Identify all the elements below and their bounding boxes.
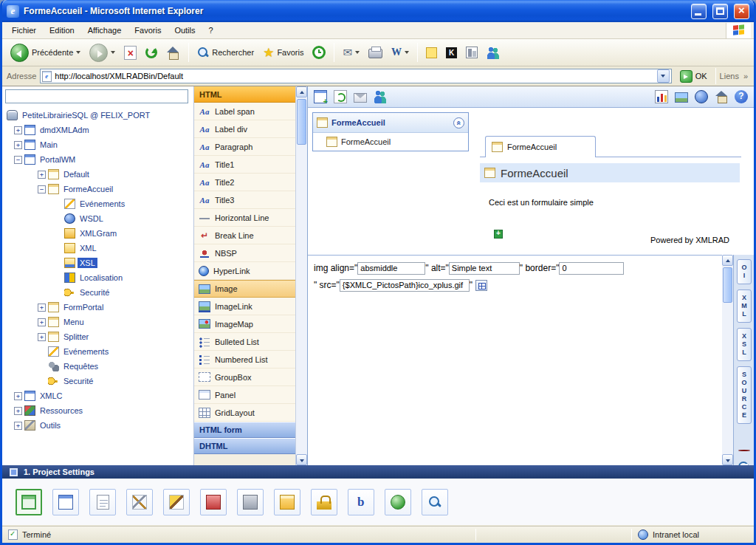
links-bar[interactable]: Liens »	[720, 72, 749, 80]
help-icon[interactable]	[735, 90, 748, 103]
palette-item-label-span[interactable]: Label span	[194, 103, 295, 120]
scrollbar-track[interactable]	[722, 266, 733, 454]
tree-item-label[interactable]: Outils	[38, 420, 63, 431]
palette-scrollbar[interactable]	[296, 86, 307, 465]
tree-item-label[interactable]: Main	[38, 140, 60, 150]
k-tool-button[interactable]: K	[442, 46, 461, 60]
tree-item-label[interactable]: Localisation	[78, 272, 125, 283]
palette-item-imagelink[interactable]: ImageLink	[194, 298, 295, 315]
address-input-wrap[interactable]	[40, 69, 671, 83]
scroll-up-button[interactable]	[296, 86, 307, 97]
shortcut-blue-b[interactable]	[348, 489, 374, 515]
scrollbar-track[interactable]	[296, 97, 307, 454]
tree-item[interactable]: PetiteLibrairieSQL @ FELIX_PORT	[2, 108, 193, 123]
menu-item-6[interactable]: ?	[202, 24, 220, 36]
tree-item[interactable]: WSDL	[2, 211, 193, 226]
align-field[interactable]: absmiddle	[357, 262, 425, 275]
expand-toggle-icon[interactable]: +	[38, 333, 46, 341]
shortcut-magnifier[interactable]	[422, 489, 448, 515]
shortcut-padlock[interactable]	[311, 489, 337, 515]
shortcut-document[interactable]	[89, 489, 116, 515]
tree-item-label[interactable]: Default	[61, 169, 92, 179]
tree-item-label[interactable]: Menu	[61, 317, 86, 327]
search-button[interactable]: Rechercher	[193, 45, 258, 60]
tree-item[interactable]: +Ressources	[2, 403, 193, 418]
palette-item-horizontal-line[interactable]: Horizontal Line	[194, 209, 295, 227]
tree-item-label[interactable]: PetiteLibrairieSQL @ FELIX_PORT	[20, 110, 152, 120]
tab-xsl[interactable]: XSL	[737, 328, 752, 361]
tree-item-label[interactable]: FormeAccueil	[61, 184, 115, 194]
tree-item-label[interactable]: XML	[78, 243, 99, 253]
tree-item[interactable]: +dmdXMLAdm	[2, 123, 193, 137]
tree-item-label[interactable]: Evénements	[78, 199, 127, 209]
tree-item[interactable]: Evénements	[2, 196, 193, 211]
go-button[interactable]: OK	[676, 69, 712, 83]
address-input[interactable]	[55, 72, 653, 80]
portal-home-icon[interactable]	[715, 90, 728, 103]
outline-header[interactable]: FormeAccueil	[313, 113, 468, 133]
shortcut-green-form[interactable]	[16, 489, 42, 515]
expand-toggle-icon[interactable]: +	[38, 304, 46, 312]
tree-item-label[interactable]: Ressources	[38, 405, 85, 416]
palette-item-title2[interactable]: Title2	[194, 174, 295, 191]
mail-button[interactable]: ✉	[339, 45, 363, 60]
menu-item-1[interactable]: Fichier	[5, 24, 43, 36]
tree-item[interactable]: XMLGram	[2, 226, 193, 241]
expand-toggle-icon[interactable]: +	[38, 171, 46, 179]
new-form-icon[interactable]	[314, 90, 327, 103]
menu-item-5[interactable]: Outils	[168, 24, 202, 36]
titlebar[interactable]: e FormeAccueil - Microsoft Internet Expl…	[2, 0, 754, 22]
tree-item-label[interactable]: dmdXMLAdm	[38, 125, 92, 135]
edit-image-button[interactable]	[475, 280, 487, 291]
tree-item[interactable]: +Menu	[2, 315, 193, 329]
address-dropdown-button[interactable]	[657, 69, 670, 83]
tree-item-label[interactable]: XMLGram	[78, 228, 119, 239]
xplus-image[interactable]	[494, 230, 503, 239]
tree-item[interactable]: Evénements	[2, 344, 193, 359]
tree-item-label[interactable]: Requêtes	[61, 361, 100, 371]
forward-button[interactable]	[86, 42, 119, 64]
shortcut-green-orb[interactable]	[385, 489, 411, 515]
collapse-panel-button[interactable]	[453, 117, 464, 128]
palette-section-html-form[interactable]: HTML form	[194, 422, 295, 438]
expand-toggle-icon[interactable]: +	[14, 407, 22, 415]
tree-item[interactable]: +Default	[2, 167, 193, 182]
palette-item-title3[interactable]: Title3	[194, 191, 295, 209]
regenerate-icon[interactable]	[334, 90, 347, 103]
shortcut-pencil[interactable]	[163, 489, 190, 515]
palette-section-html[interactable]: HTML	[194, 86, 295, 103]
palette-item-numbered-list[interactable]: Numbered List	[194, 351, 295, 369]
favorites-button[interactable]: ★ Favoris	[259, 45, 307, 61]
shortcut-tools[interactable]	[126, 489, 153, 515]
collapse-toggle-icon[interactable]: −	[38, 185, 46, 193]
expand-toggle-icon[interactable]: +	[38, 318, 46, 326]
palette-item-groupbox[interactable]: GroupBox	[194, 369, 295, 386]
palette-item-break-line[interactable]: Break Line	[194, 227, 295, 244]
expand-toggle-icon[interactable]: +	[14, 392, 22, 400]
attribute-editor[interactable]: img align="absmiddle" alt="Simple text" …	[308, 255, 722, 465]
menu-item-3[interactable]: Affichage	[81, 24, 128, 36]
tree-item[interactable]: −PortalWM	[2, 152, 193, 167]
tab-xml[interactable]: XML	[737, 289, 752, 323]
edit-word-button[interactable]: W	[388, 45, 413, 60]
preview-icon[interactable]	[675, 92, 688, 103]
palette-item-label-div[interactable]: Label div	[194, 120, 295, 138]
palette-item-imagemap[interactable]: ImageMap	[194, 315, 295, 333]
tree-item[interactable]: +Splitter	[2, 329, 193, 344]
document-tab[interactable]: FormeAccueil	[485, 136, 596, 157]
tree-item[interactable]: Securité	[2, 374, 193, 388]
notes-button[interactable]	[422, 46, 441, 60]
minimize-button[interactable]	[691, 4, 707, 19]
expand-toggle-icon[interactable]: +	[14, 422, 22, 430]
close-button[interactable]	[734, 4, 749, 19]
menu-item-2[interactable]: Edition	[43, 24, 81, 36]
tree-item-label[interactable]: FormPortal	[61, 302, 106, 312]
palette-item-image[interactable]: Image	[194, 280, 295, 298]
shield-icon[interactable]	[695, 90, 708, 103]
palette-item-title1[interactable]: Title1	[194, 156, 295, 174]
tree-filter-input[interactable]	[5, 89, 188, 103]
expand-toggle-icon[interactable]: +	[14, 141, 22, 149]
tree-item[interactable]: +Main	[2, 137, 193, 152]
tree-item-label[interactable]: WSDL	[78, 213, 106, 224]
shortcut-folder-key[interactable]	[274, 489, 300, 515]
